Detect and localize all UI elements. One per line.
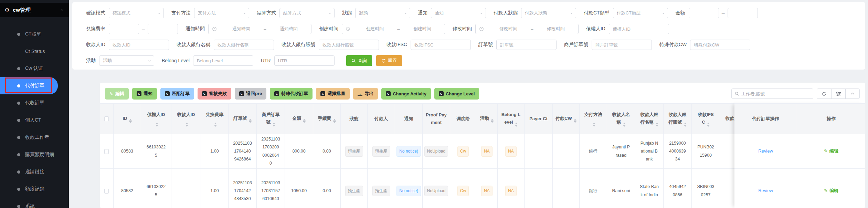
review-link[interactable]: Review — [758, 147, 773, 155]
payee-bank-name-input[interactable] — [214, 40, 274, 50]
amount-min-input[interactable] — [689, 8, 719, 18]
column-header-amount[interactable]: 金額 — [285, 104, 313, 134]
status-select[interactable]: 狀態 — [355, 8, 410, 18]
column-header-exchange-rate[interactable]: 兌換費率 — [201, 104, 229, 134]
utr-input[interactable] — [274, 55, 335, 66]
payee-bank-account-label: 收款人銀行賬號 — [282, 42, 315, 48]
amount-label: 金額 — [676, 10, 685, 16]
match-order-button[interactable]: 匹配訂單 — [160, 88, 194, 100]
column-header-creditor-id[interactable]: 債權人ID — [141, 104, 171, 134]
select-all-checkbox[interactable] — [104, 116, 109, 121]
sort-icon — [574, 119, 576, 123]
column-header-payer: 付款人 — [368, 104, 395, 134]
select-all-checkbox-cell — [100, 104, 114, 134]
filter-card: 確認模式 確認模式 支付方法 支付方法 結算方式 結算方式 狀態 狀態 通知 通… — [72, 2, 865, 70]
exchange-rate-min-input[interactable] — [109, 24, 139, 34]
column-settings-button[interactable] — [831, 89, 845, 98]
change-level-button[interactable]: Change Level — [434, 88, 479, 100]
row-checkbox[interactable] — [104, 189, 109, 194]
sidebar-item-payout-orders[interactable]: 代付訂單 — [0, 77, 58, 94]
column-header-pay-cw[interactable]: 付款CW — [553, 104, 580, 134]
audit-fail-button[interactable]: 審核失敗 — [198, 88, 231, 100]
order-no-label: 訂單號 — [478, 42, 493, 48]
worker-search-box[interactable] — [731, 89, 813, 99]
exchange-rate-max-input[interactable] — [148, 24, 178, 34]
special-collect-order-button[interactable]: 特殊代收訂單 — [270, 88, 313, 100]
export-button[interactable]: ↓导出 — [353, 88, 378, 100]
column-header-id[interactable]: ID — [114, 104, 141, 134]
column-header-merchant-order-no[interactable]: 商戶訂單號 — [257, 104, 285, 134]
column-header-pay-method[interactable]: 支付方法 — [580, 104, 607, 134]
sidebar-item-personal-ct[interactable]: 個人CT — [0, 112, 69, 129]
orders-table: ID 債權人ID 收款人ID 兌換費率 訂單號 商戶訂單號 金額 手續費 狀態 … — [100, 103, 744, 208]
sidebar-item-quota-record[interactable]: 額度記錄 — [0, 180, 69, 198]
amount-max-input[interactable] — [728, 8, 758, 18]
order-no-input[interactable] — [496, 40, 557, 50]
edit-button[interactable]: ✎編輯 — [105, 88, 129, 100]
edit-link[interactable]: ✎编辑 — [824, 147, 838, 155]
row-checkbox[interactable] — [104, 149, 109, 154]
notice-time-range-picker[interactable]: 通知時間 – 通知時間 — [208, 24, 311, 34]
column-header-activity[interactable]: 活動 — [476, 104, 498, 134]
query-button[interactable]: 查詢 — [346, 55, 372, 66]
sidebar-header-cw-manage[interactable]: ⚙ cw管理 — [0, 3, 69, 17]
sidebar-item-system[interactable]: 系統 — [0, 198, 69, 208]
merchant-order-no-input[interactable] — [592, 40, 652, 50]
payer-status-select[interactable]: 付款人狀態 — [521, 8, 576, 18]
refresh-button[interactable] — [817, 89, 831, 98]
bullet-icon — [17, 67, 20, 70]
select-batch-button[interactable]: 選擇批量 — [316, 88, 350, 100]
sidebar-item-collect-orders[interactable]: 代收訂單 — [0, 94, 69, 112]
edit-link[interactable]: ✎编辑 — [824, 187, 838, 195]
bullet-icon — [17, 205, 20, 208]
refresh-icon — [822, 91, 827, 96]
activity-select[interactable]: 活動 — [99, 55, 154, 66]
cell-edit: ✎编辑 — [797, 169, 865, 208]
column-header-order-no[interactable]: 訂單號 — [229, 104, 257, 134]
create-time-range-picker[interactable]: 创建时间 – 创建时间 — [342, 24, 445, 34]
column-header-fee[interactable]: 手續費 — [313, 104, 341, 134]
settle-mode-select[interactable]: 結算方式 — [279, 8, 335, 18]
worker-search-input[interactable] — [741, 91, 810, 96]
reset-button[interactable]: 重置 — [376, 55, 402, 66]
column-header-bank-name[interactable]: 收款人銀行名稱 — [635, 104, 664, 134]
return-pre-button[interactable]: 退回pre — [235, 88, 266, 100]
payee-ifsc-input[interactable] — [411, 40, 471, 50]
pay-method-select[interactable]: 支付方法 — [194, 8, 249, 18]
creditor-id-input[interactable] — [609, 24, 669, 34]
sidebar-item-cw-auth[interactable]: Cw 认证 — [0, 60, 69, 77]
sidebar-item-invite-link[interactable]: 邀請鏈接 — [0, 163, 69, 180]
payee-id-input[interactable] — [109, 40, 169, 50]
modify-time-range-picker[interactable]: 修改时间 – 修改时间 — [475, 24, 579, 34]
payee-bank-account-input[interactable] — [319, 40, 379, 50]
notice-select[interactable]: 通知 — [431, 8, 486, 18]
sidebar-item-ct-status[interactable]: Ct Status — [0, 43, 69, 60]
sidebar-item-ct-bill[interactable]: CT賬單 — [0, 25, 69, 43]
sidebar-item-payee-workers[interactable]: 收款工作者 — [0, 129, 69, 146]
column-header-belong-level[interactable]: Belong Level — [498, 104, 525, 134]
review-link[interactable]: Review — [758, 187, 773, 195]
bullet-icon — [17, 188, 20, 191]
change-activity-button[interactable]: Change Activity — [381, 88, 431, 100]
merchant-order-no-label: 商戶訂單號 — [564, 42, 588, 48]
pay-ct-type-select[interactable]: 付款CT類型 — [613, 8, 668, 18]
column-header-ifsc[interactable]: 收款IFSC — [692, 104, 720, 134]
belong-level-input[interactable] — [193, 55, 253, 66]
row-checkbox-cell — [100, 169, 114, 208]
sidebar-item-purchase-quota-detail[interactable]: 購買額度明細 — [0, 146, 69, 163]
notify-button[interactable]: 通知 — [132, 88, 157, 100]
cell-id: 80582 — [114, 169, 141, 208]
column-header-dispatch: 调度给 — [450, 104, 476, 134]
bullet-icon — [17, 33, 20, 36]
confirm-mode-select[interactable]: 確認模式 — [109, 8, 164, 18]
action-icon — [137, 91, 141, 96]
action-icon — [386, 91, 391, 96]
fixed-row: Review ✎编辑 — [734, 169, 865, 208]
special-pay-cw-input[interactable] — [690, 40, 750, 50]
column-header-payee-name[interactable]: 收款人名稱 — [607, 104, 635, 134]
column-header-bank-account[interactable]: 收款人銀行賬號 — [664, 104, 692, 134]
collapse-button[interactable] — [845, 89, 859, 98]
utr-label: UTR — [261, 58, 271, 63]
column-header-payee-id[interactable]: 收款人ID — [171, 104, 201, 134]
cell-edit: ✎编辑 — [797, 134, 865, 168]
